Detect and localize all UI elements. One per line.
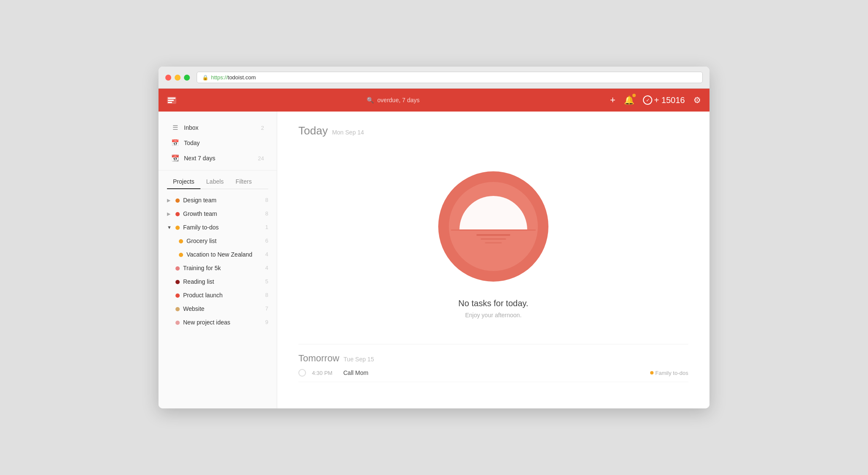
collapse-arrow-growth-team: ▶ <box>167 211 172 217</box>
today-title: Today <box>298 124 328 137</box>
project-dot-grocery-list <box>179 239 183 243</box>
project-item-website[interactable]: Website 7 <box>163 302 273 316</box>
minimize-dot[interactable] <box>175 75 181 81</box>
notification-dot <box>632 94 636 97</box>
browser-dots <box>165 75 190 81</box>
project-dot-family-todos <box>175 226 180 230</box>
project-dot-training-5k <box>175 266 180 271</box>
settings-button[interactable]: ⚙ <box>693 95 701 105</box>
sidebar-item-next7days[interactable]: 📆 Next 7 days 24 <box>167 151 268 166</box>
karma-points: + 15016 <box>654 95 685 105</box>
today-nav-label: Today <box>184 140 200 146</box>
today-date: Mon Sep 14 <box>332 129 364 136</box>
project-dot-design-team <box>175 198 180 203</box>
project-name-family-todos: Family to-dos <box>183 224 260 231</box>
tomorrow-header: Tomorrow Tue Sep 15 <box>298 344 688 364</box>
project-dot-vacation-nz <box>179 253 183 257</box>
app-header: 🔍 overdue, 7 days + 🔔 ✓ + 15016 ⚙ <box>159 89 709 112</box>
tomorrow-date: Tue Sep 15 <box>344 356 374 363</box>
project-dot-new-project-ideas <box>175 321 180 325</box>
svg-rect-5 <box>485 242 502 243</box>
empty-state: No tasks for today. Enjoy your afternoon… <box>298 150 688 340</box>
project-name-reading-list: Reading list <box>183 278 260 285</box>
logo-line-2 <box>168 100 174 101</box>
tab-labels[interactable]: Labels <box>200 175 230 189</box>
svg-rect-3 <box>476 234 510 236</box>
task-project-dot-call-mom <box>650 371 654 374</box>
maximize-dot[interactable] <box>184 75 190 81</box>
project-count-reading-list: 5 <box>265 278 268 285</box>
project-count-design-team: 8 <box>265 197 268 203</box>
karma-icon: ✓ <box>643 95 652 105</box>
project-item-reading-list[interactable]: Reading list 5 <box>163 275 273 288</box>
sunset-illustration <box>434 167 553 286</box>
project-item-new-project-ideas[interactable]: New project ideas 9 <box>163 316 273 329</box>
sidebar-item-today[interactable]: 📅 Today <box>167 135 268 151</box>
project-name-new-project-ideas: New project ideas <box>183 319 260 326</box>
sidebar-item-inbox[interactable]: ☰ Inbox 2 <box>167 120 268 135</box>
logo-line-3 <box>168 102 172 103</box>
add-button[interactable]: + <box>610 95 615 106</box>
sidebar-divider <box>159 170 277 170</box>
project-item-design-team[interactable]: ▶ Design team 8 <box>163 193 273 207</box>
project-count-training-5k: 4 <box>265 265 268 271</box>
project-children-family-todos: Grocery list 6 Vacation to New Zealand 4 <box>163 234 273 261</box>
search-icon: 🔍 <box>367 97 374 103</box>
browser-window: 🔒 https://todoist.com 🔍 overdue, 7 days … <box>159 67 709 408</box>
svg-rect-2 <box>451 229 536 231</box>
header-actions: + 🔔 ✓ + 15016 ⚙ <box>610 95 701 106</box>
today-header: Today Mon Sep 14 <box>298 124 688 137</box>
empty-subtitle: Enjoy your afternoon. <box>465 312 521 319</box>
logo-line-1 <box>168 98 175 99</box>
next7days-icon: 📆 <box>171 154 179 162</box>
project-count-website: 7 <box>265 305 268 312</box>
tabs-section: Projects Labels Filters <box>159 175 277 189</box>
project-item-vacation-nz[interactable]: Vacation to New Zealand 4 <box>175 248 273 261</box>
close-dot[interactable] <box>165 75 171 81</box>
project-name-website: Website <box>183 305 260 312</box>
project-dot-product-launch <box>175 293 180 298</box>
project-name-product-launch: Product launch <box>183 292 260 299</box>
project-item-product-launch[interactable]: Product launch 8 <box>163 288 273 302</box>
main-content: Today Mon Sep 14 <box>277 112 709 408</box>
tomorrow-title: Tomorrow <box>298 353 339 364</box>
next7days-count: 24 <box>258 155 264 162</box>
project-count-growth-team: 8 <box>265 210 268 217</box>
url-https: https://todoist.com <box>211 74 256 81</box>
project-dot-growth-team <box>175 212 180 216</box>
project-name-grocery-list: Grocery list <box>186 238 260 244</box>
inbox-count: 2 <box>261 125 264 131</box>
project-count-new-project-ideas: 9 <box>265 319 268 325</box>
notifications-button[interactable]: 🔔 <box>624 95 634 105</box>
empty-title: No tasks for today. <box>458 299 528 308</box>
task-project-call-mom[interactable]: Family to-dos <box>650 370 688 376</box>
today-icon: 📅 <box>171 139 179 147</box>
tab-projects[interactable]: Projects <box>167 175 200 189</box>
tab-filters[interactable]: Filters <box>230 175 258 189</box>
app-body: ☰ Inbox 2 📅 Today 📆 Next 7 days 24 Proje… <box>159 112 709 408</box>
logo-icon[interactable] <box>167 97 176 104</box>
task-project-label-call-mom: Family to-dos <box>655 370 688 376</box>
header-left <box>167 97 176 104</box>
project-name-design-team: Design team <box>183 197 260 204</box>
search-text: overdue, 7 days <box>377 97 420 103</box>
browser-chrome: 🔒 https://todoist.com <box>159 67 709 89</box>
project-name-growth-team: Growth team <box>183 210 260 217</box>
project-dot-reading-list <box>175 280 180 284</box>
project-name-vacation-nz: Vacation to New Zealand <box>186 251 260 258</box>
project-item-grocery-list[interactable]: Grocery list 6 <box>175 234 273 248</box>
project-item-training-5k[interactable]: Training for 5k 4 <box>163 261 273 275</box>
karma-badge[interactable]: ✓ + 15016 <box>643 95 685 105</box>
address-bar[interactable]: 🔒 https://todoist.com <box>197 72 703 83</box>
project-item-family-todos[interactable]: ▼ Family to-dos 1 <box>163 221 273 234</box>
tabs: Projects Labels Filters <box>167 175 268 189</box>
task-checkbox-call-mom[interactable] <box>298 369 306 377</box>
search-bar[interactable]: 🔍 overdue, 7 days <box>367 97 420 103</box>
project-item-growth-team[interactable]: ▶ Growth team 8 <box>163 207 273 221</box>
next7days-label: Next 7 days <box>184 155 215 162</box>
nav-section: ☰ Inbox 2 📅 Today 📆 Next 7 days 24 <box>159 120 277 166</box>
task-name-call-mom: Call Mom <box>343 369 644 376</box>
collapse-arrow-family-todos: ▼ <box>167 225 172 230</box>
sidebar: ☰ Inbox 2 📅 Today 📆 Next 7 days 24 Proje… <box>159 112 277 408</box>
project-count-product-launch: 8 <box>265 292 268 298</box>
